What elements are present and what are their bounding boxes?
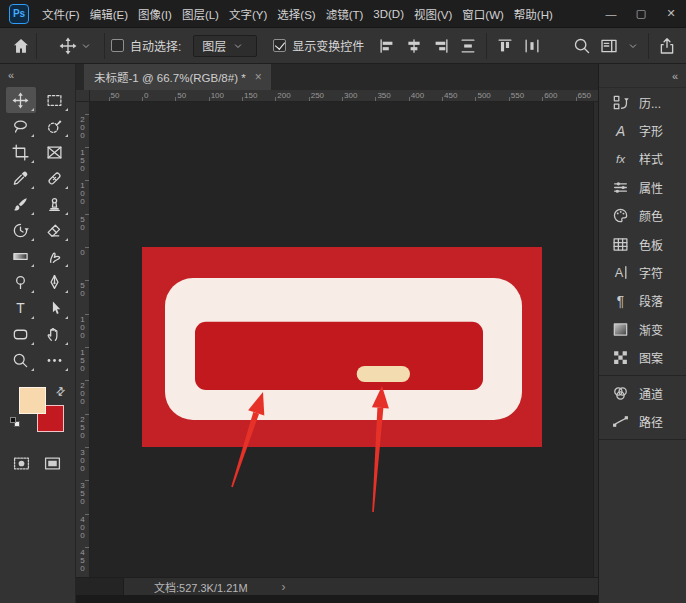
glyphs-icon: A bbox=[612, 122, 629, 139]
chevron-down-icon[interactable] bbox=[627, 40, 639, 52]
h-ruler-label: 200 bbox=[277, 91, 290, 100]
zoom-tool[interactable] bbox=[6, 347, 36, 373]
vertical-ruler: 20015010050050100150200250300350400450 bbox=[76, 102, 90, 577]
panel-tab-label: 样式 bbox=[639, 150, 663, 167]
ruler-corner bbox=[76, 90, 90, 102]
panel-tab-label: 渐变 bbox=[639, 321, 663, 338]
panel-tab-paragraph[interactable]: ¶段落 bbox=[599, 287, 686, 315]
panel-tab-styles[interactable]: fx样式 bbox=[599, 145, 686, 173]
auto-select-checkbox[interactable] bbox=[111, 39, 124, 52]
minimize-button[interactable]: — bbox=[596, 0, 626, 28]
menu-item-4[interactable]: 文字(Y) bbox=[224, 0, 272, 28]
canvas-artwork bbox=[90, 102, 593, 577]
clone-stamp-tool[interactable] bbox=[40, 191, 70, 217]
move-tool[interactable] bbox=[6, 87, 36, 113]
panel-divider bbox=[599, 375, 686, 376]
eyedropper-tool[interactable] bbox=[6, 165, 36, 191]
collapse-panels-button[interactable]: « bbox=[599, 64, 686, 88]
history-icon bbox=[612, 94, 629, 111]
distribute-vertical-icon[interactable] bbox=[459, 37, 477, 55]
edit-toolbar-tool[interactable] bbox=[40, 347, 70, 373]
close-button[interactable]: ✕ bbox=[656, 0, 686, 28]
document-tab[interactable]: 未标题-1 @ 66.7%(RGB/8#) * × bbox=[84, 64, 271, 90]
panel-tab-color[interactable]: 颜色 bbox=[599, 202, 686, 230]
menu-item-2[interactable]: 图像(I) bbox=[133, 0, 177, 28]
menu-item-9[interactable]: 窗口(W) bbox=[457, 0, 509, 28]
align-left-icon[interactable] bbox=[378, 37, 396, 55]
color-swatch-widget: ⇄ bbox=[0, 385, 76, 443]
document-tab-title: 未标题-1 @ 66.7%(RGB/8#) * bbox=[94, 69, 246, 85]
tools-grid: T bbox=[0, 87, 75, 373]
chevron-down-icon bbox=[232, 40, 244, 52]
menu-item-7[interactable]: 3D(D) bbox=[368, 0, 409, 28]
gradient-tool[interactable] bbox=[6, 243, 36, 269]
panel-tab-glyphs[interactable]: A字形 bbox=[599, 116, 686, 144]
history-brush-tool[interactable] bbox=[6, 217, 36, 243]
search-icon[interactable] bbox=[573, 37, 591, 55]
hand-tool[interactable] bbox=[40, 321, 70, 347]
healing-brush-tool[interactable] bbox=[40, 165, 70, 191]
align-top-icon[interactable] bbox=[496, 37, 514, 55]
zoom-level-box[interactable] bbox=[76, 578, 124, 595]
foreground-color-swatch[interactable] bbox=[19, 387, 46, 414]
default-colors-icon[interactable] bbox=[10, 417, 20, 427]
menu-item-0[interactable]: 文件(F) bbox=[37, 0, 85, 28]
shape-tool[interactable] bbox=[6, 321, 36, 347]
menu-item-1[interactable]: 编辑(E) bbox=[85, 0, 133, 28]
dodge-tool[interactable] bbox=[6, 269, 36, 295]
workspace-icon[interactable] bbox=[600, 37, 618, 55]
panel-tab-channels[interactable]: 通道 bbox=[599, 379, 686, 407]
separator bbox=[486, 33, 487, 59]
brush-tool[interactable] bbox=[6, 191, 36, 217]
status-bar: 文档:527.3K/1.21M › bbox=[76, 577, 598, 595]
chevron-down-icon[interactable] bbox=[80, 40, 92, 52]
quick-select-tool[interactable] bbox=[40, 113, 70, 139]
separator bbox=[36, 33, 37, 59]
panel-tab-character[interactable]: A字符 bbox=[599, 258, 686, 286]
paragraph-icon: ¶ bbox=[612, 292, 629, 309]
quick-mask-icon[interactable] bbox=[13, 455, 31, 473]
path-select-tool[interactable] bbox=[40, 295, 70, 321]
eraser-tool[interactable] bbox=[40, 217, 70, 243]
panel-tab-patterns[interactable]: 图案 bbox=[599, 344, 686, 372]
share-icon[interactable] bbox=[658, 37, 676, 55]
show-transform-checkbox[interactable] bbox=[273, 39, 286, 52]
h-ruler-label: 650 bbox=[578, 91, 591, 100]
panel-tab-properties[interactable]: 属性 bbox=[599, 173, 686, 201]
align-right-icon[interactable] bbox=[432, 37, 450, 55]
lasso-tool[interactable] bbox=[6, 113, 36, 139]
menu-item-6[interactable]: 滤镜(T) bbox=[321, 0, 369, 28]
smudge-tool[interactable] bbox=[40, 243, 70, 269]
status-chevron-icon[interactable]: › bbox=[282, 580, 286, 594]
swap-colors-icon[interactable]: ⇄ bbox=[53, 384, 69, 400]
distribute-horizontal-icon[interactable] bbox=[523, 37, 541, 55]
panel-tab-label: 字符 bbox=[639, 264, 663, 281]
frame-tool[interactable] bbox=[40, 139, 70, 165]
tab-close-icon[interactable]: × bbox=[255, 70, 262, 84]
panel-tab-swatches[interactable]: 色板 bbox=[599, 230, 686, 258]
auto-select-target-dropdown[interactable]: 图层 bbox=[193, 35, 257, 57]
pen-tool[interactable] bbox=[40, 269, 70, 295]
canvas-viewport[interactable] bbox=[90, 102, 593, 577]
menu-item-10[interactable]: 帮助(H) bbox=[509, 0, 558, 28]
panel-tab-label: 图案 bbox=[639, 349, 663, 366]
align-center-icon[interactable] bbox=[405, 37, 423, 55]
h-ruler-label: 350 bbox=[377, 91, 390, 100]
h-ruler-label: 550 bbox=[511, 91, 524, 100]
marquee-tool[interactable] bbox=[40, 87, 70, 113]
crop-tool[interactable] bbox=[6, 139, 36, 165]
panel-tab-history[interactable]: 历... bbox=[599, 88, 686, 116]
menu-item-3[interactable]: 图层(L) bbox=[177, 0, 224, 28]
collapse-toolbar-button[interactable]: « bbox=[0, 64, 75, 83]
home-icon[interactable] bbox=[12, 37, 30, 55]
maximize-button[interactable]: ▢ bbox=[626, 0, 656, 28]
move-tool-icon[interactable] bbox=[59, 37, 77, 55]
panel-tab-paths[interactable]: 路径 bbox=[599, 407, 686, 435]
screen-mode-icon[interactable] bbox=[44, 455, 62, 473]
menu-item-5[interactable]: 选择(S) bbox=[272, 0, 320, 28]
v-ruler-label: 100 bbox=[78, 181, 87, 205]
panel-tab-gradients[interactable]: 渐变 bbox=[599, 315, 686, 343]
type-tool[interactable]: T bbox=[6, 295, 36, 321]
v-ruler-label: 250 bbox=[78, 415, 87, 439]
menu-item-8[interactable]: 视图(V) bbox=[409, 0, 457, 28]
